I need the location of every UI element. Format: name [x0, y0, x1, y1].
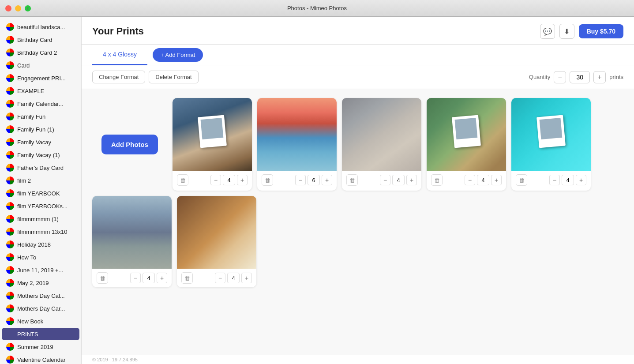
quantity-minus-button[interactable]: − — [554, 71, 566, 83]
photo-qty-plus-button[interactable]: + — [157, 273, 167, 283]
sidebar-item-summer-2019[interactable]: Summer 2019 — [2, 341, 79, 353]
photo-qty-minus-button[interactable]: − — [549, 175, 560, 185]
sidebar-item-june-11-2019[interactable]: June 11, 2019 +... — [2, 264, 79, 276]
sidebar-item-beautiful-landscapes[interactable]: beautiful landsca... — [2, 21, 79, 33]
sidebar-item-filmmmmmm-1[interactable]: filmmmmmm (1) — [2, 213, 79, 225]
photo-qty-minus-button[interactable]: − — [215, 273, 225, 283]
close-button[interactable] — [5, 5, 11, 11]
sidebar-item-label: Family Calendar... — [17, 101, 64, 107]
photo-qty-minus-button[interactable]: − — [380, 175, 390, 185]
trash-icon: 🗑 — [265, 177, 270, 184]
footer-text: © 2019 · 19.7.24.895 — [92, 357, 138, 362]
photo-qty-plus-button[interactable]: + — [322, 175, 332, 185]
photo-delete-button[interactable]: 🗑 — [177, 174, 188, 186]
photo-qty-plus-button[interactable]: + — [241, 273, 252, 283]
photo-delete-button[interactable]: 🗑 — [262, 174, 273, 186]
plus-icon: + — [579, 176, 583, 184]
change-format-button[interactable]: Change Format — [92, 71, 145, 83]
sidebar-item-engagement-pri[interactable]: Engagement PRI... — [2, 72, 79, 84]
sidebar-item-film-2[interactable]: film 2 — [2, 174, 79, 187]
minus-icon: − — [214, 176, 218, 184]
sidebar-dot-icon — [6, 240, 14, 248]
sidebar-item-family-fun[interactable]: Family Fun — [2, 110, 79, 123]
sidebar-item-film-yearbooks[interactable]: film YEARBOOKs... — [2, 200, 79, 212]
trash-icon: 🗑 — [100, 275, 105, 281]
message-button[interactable]: 💬 — [540, 24, 555, 39]
tab-4x4-glossy[interactable]: 4 x 4 Glossy — [92, 45, 147, 65]
photo-qty-minus-button[interactable]: − — [130, 273, 141, 283]
delete-format-button[interactable]: Delete Format — [149, 71, 198, 83]
photo-qty-minus-button[interactable]: − — [295, 175, 306, 185]
photo-qty-value: 4 — [392, 175, 405, 185]
sidebar-item-label: How To — [17, 254, 36, 261]
tabs-bar: 4 x 4 Glossy + Add Format — [82, 45, 634, 65]
sidebar: beautiful landsca...Birthday CardBirthda… — [0, 17, 82, 364]
photo-delete-button[interactable]: 🗑 — [431, 174, 443, 186]
minus-icon: − — [134, 274, 137, 281]
add-format-button[interactable]: + Add Format — [153, 48, 203, 62]
sidebar-dot-icon — [6, 113, 14, 120]
sidebar-dot-icon — [6, 266, 14, 274]
sidebar-dot-icon — [6, 87, 14, 95]
sidebar-item-holiday-2018[interactable]: Holiday 2018 — [2, 238, 79, 251]
sidebar-item-mothers-day-cal[interactable]: Mothers Day Cal... — [2, 289, 79, 302]
sidebar-item-filmmmmmm-13x10[interactable]: filmmmmmm 13x10 — [2, 225, 79, 238]
sidebar-item-label: Mothers Day Cal... — [17, 293, 65, 299]
sidebar-item-prints[interactable]: PRINTS — [2, 328, 79, 340]
minimize-button[interactable] — [15, 5, 21, 11]
sidebar-item-card[interactable]: Card — [2, 59, 79, 71]
trash-icon: 🗑 — [180, 177, 186, 184]
sidebar-item-birthday-card[interactable]: Birthday Card — [2, 34, 79, 46]
download-button[interactable]: ⬇ — [559, 24, 574, 39]
plus-icon: + — [598, 73, 602, 81]
photo-qty-plus-button[interactable]: + — [491, 175, 502, 185]
download-icon: ⬇ — [564, 27, 570, 36]
sidebar-dot-icon — [6, 164, 14, 172]
sidebar-dot-icon — [6, 317, 14, 325]
sidebar-dot-icon — [6, 253, 14, 261]
sidebar-item-fathers-day-card[interactable]: Father's Day Card — [2, 161, 79, 174]
sidebar-item-label: film YEARBOOKs... — [17, 203, 68, 210]
sidebar-item-new-book[interactable]: New Book — [2, 315, 79, 327]
sidebar-item-mothers-day-car[interactable]: Mothers Day Car... — [2, 302, 79, 315]
quantity-label: Quantity — [529, 74, 550, 80]
sidebar-dot-icon — [6, 151, 14, 159]
sidebar-item-family-fun-1[interactable]: Family Fun (1) — [2, 123, 79, 135]
sidebar-item-label: film 2 — [17, 177, 31, 184]
sidebar-item-label: Family Fun (1) — [17, 126, 54, 133]
sidebar-item-may-2-2019[interactable]: May 2, 2019 — [2, 277, 79, 289]
sidebar-item-valentine-calendar[interactable]: Valentine Calendar — [2, 353, 79, 364]
sidebar-item-family-calendar[interactable]: Family Calendar... — [2, 98, 79, 110]
photo-controls: 🗑−4+ — [173, 171, 252, 189]
photo-delete-button[interactable]: 🗑 — [97, 272, 108, 284]
photo-delete-button[interactable]: 🗑 — [516, 174, 527, 186]
minus-icon: − — [553, 176, 556, 184]
sidebar-item-birthday-card-2[interactable]: Birthday Card 2 — [2, 46, 79, 59]
sidebar-item-how-to[interactable]: How To — [2, 251, 79, 263]
sidebar-item-family-vacay-1[interactable]: Family Vacay (1) — [2, 149, 79, 161]
photo-qty-minus-button[interactable]: − — [210, 175, 221, 185]
photo-qty-plus-button[interactable]: + — [237, 175, 248, 185]
photo-qty-controls: −4+ — [549, 175, 586, 185]
photo-qty-controls: −4+ — [215, 273, 252, 283]
plus-icon: + — [495, 176, 498, 184]
photo-controls: 🗑−6+ — [257, 171, 337, 189]
sidebar-item-family-vacay[interactable]: Family Vacay — [2, 136, 79, 148]
sidebar-dot-icon — [6, 292, 14, 300]
add-photos-button[interactable]: Add Photos — [101, 135, 158, 154]
photo-thumbnail — [173, 98, 252, 171]
photo-qty-plus-button[interactable]: + — [576, 175, 586, 185]
photo-delete-button[interactable]: 🗑 — [181, 272, 193, 284]
photo-qty-value: 4 — [562, 175, 574, 185]
quantity-plus-button[interactable]: + — [593, 71, 606, 83]
photo-qty-minus-button[interactable]: − — [465, 175, 475, 185]
back-button[interactable]: ‹ — [26, 4, 29, 13]
sidebar-item-film-yearbook[interactable]: film YEARBOOK — [2, 187, 79, 199]
sidebar-dot-icon — [6, 49, 14, 56]
photo-qty-value: 4 — [143, 273, 155, 283]
sidebar-item-example[interactable]: EXAMPLE — [2, 85, 79, 97]
buy-button[interactable]: Buy $5.70 — [579, 24, 623, 38]
sidebar-dot-icon — [6, 279, 14, 287]
photo-qty-plus-button[interactable]: + — [406, 175, 417, 185]
photo-delete-button[interactable]: 🗑 — [346, 174, 358, 186]
